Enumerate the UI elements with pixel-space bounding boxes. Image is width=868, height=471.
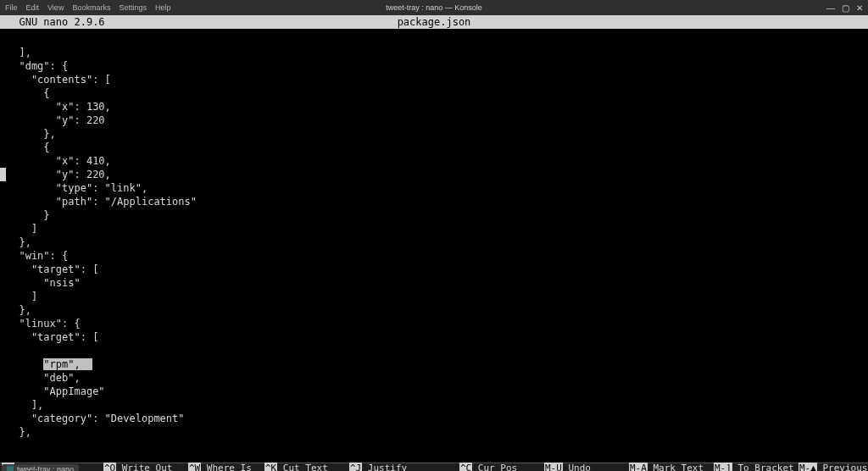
nano-version: GNU nano 2.9.6 xyxy=(0,16,105,28)
close-icon[interactable]: ✕ xyxy=(856,3,863,13)
shortcut-mark-text: M-A Mark Text xyxy=(629,463,714,471)
shortcut-label: Write Out xyxy=(116,463,172,471)
maximize-icon[interactable]: ▢ xyxy=(842,3,849,13)
shortcut-key: ^W xyxy=(188,463,201,471)
menu-settings[interactable]: Settings xyxy=(119,3,147,12)
shortcut-key: ^J xyxy=(349,463,362,471)
nano-filename: package.json xyxy=(398,16,471,28)
editor-highlight-prefix xyxy=(7,358,43,370)
editor-highlight: "rpm", xyxy=(43,358,92,370)
shortcut-key: M-A xyxy=(629,463,648,471)
shortcut-key: M-] xyxy=(714,463,732,471)
shortcut-label: Justify xyxy=(362,463,407,471)
menu-view[interactable]: View xyxy=(47,3,64,12)
shortcut-label: Undo xyxy=(563,463,591,471)
shortcut-key: ^O xyxy=(103,463,116,471)
window-titlebar: File Edit View Bookmarks Settings Help t… xyxy=(0,0,868,15)
shortcut-write-out: ^O Write Out xyxy=(103,463,188,471)
window-title: tweet-tray : nano — Konsole xyxy=(386,3,482,12)
minimize-icon[interactable]: — xyxy=(826,3,835,13)
shortcut-previous: M-▲ Previous xyxy=(798,463,866,471)
shortcut-key: M-▲ xyxy=(798,463,817,471)
editor-text-after: "deb", "AppImage" ], "category": "Develo… xyxy=(7,371,868,439)
shortcut-key: ^K xyxy=(264,463,277,471)
menu-help[interactable]: Help xyxy=(155,3,171,12)
shortcut-label: Where Is xyxy=(201,463,252,471)
shortcut-label: Mark Text xyxy=(648,463,704,471)
menu-edit[interactable]: Edit xyxy=(26,3,40,12)
shortcut-key: ^C xyxy=(459,463,472,471)
nano-header-bar: GNU nano 2.9.6 package.json xyxy=(0,15,868,29)
taskbar-item-label: tweet-tray : nano xyxy=(17,465,74,471)
shortcut-label: To Bracket xyxy=(732,463,794,471)
taskbar-item[interactable]: tweet-tray : nano xyxy=(2,464,79,471)
editor-area[interactable]: ], "dmg": { "contents": [ { "x": 130, "y… xyxy=(0,29,868,439)
shortcut-label: Cut Text xyxy=(277,463,328,471)
shortcut-justify: ^J Justify xyxy=(349,463,459,471)
shortcut-cur-pos: ^C Cur Pos xyxy=(459,463,544,471)
shortcut-to-bracket: M-] To Bracket xyxy=(714,463,798,471)
window-menu: File Edit View Bookmarks Settings Help xyxy=(0,3,170,12)
shortcut-cut-text: ^K Cut Text xyxy=(264,463,349,471)
terminal-icon xyxy=(7,466,14,471)
editor-text-before: ], "dmg": { "contents": [ { "x": 130, "y… xyxy=(7,46,868,344)
shortcut-label: Cur Pos xyxy=(472,463,517,471)
menu-bookmarks[interactable]: Bookmarks xyxy=(72,3,110,12)
shortcut-key: M-U xyxy=(544,463,563,471)
shortcut-undo: M-U Undo xyxy=(544,463,629,471)
nano-shortcut-bar: ^G Get Help^O Write Out^W Where Is^K Cut… xyxy=(0,439,868,463)
shortcut-label: Previous xyxy=(817,463,868,471)
shortcut-where-is: ^W Where Is xyxy=(188,463,264,471)
cursor-block xyxy=(0,168,6,181)
menu-file[interactable]: File xyxy=(5,3,18,12)
